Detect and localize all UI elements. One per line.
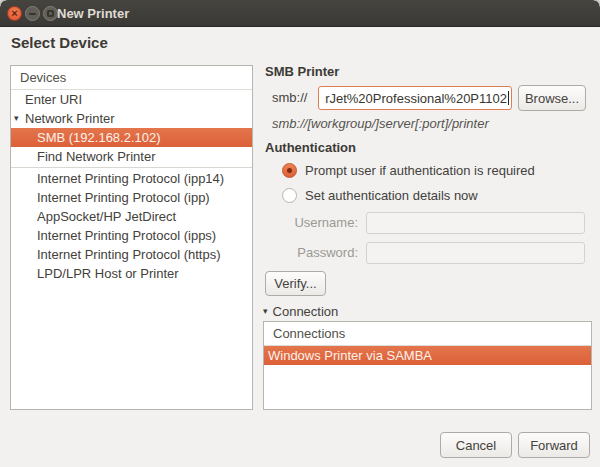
chevron-down-icon: ▾: [263, 306, 268, 316]
text-caret: [508, 91, 509, 105]
devices-panel: Devices Enter URI▾Network PrinterSMB (19…: [10, 65, 253, 410]
maximize-icon: [47, 10, 54, 17]
auth-options-group: Prompt user if authentication is require…: [282, 161, 582, 211]
close-icon: ×: [11, 8, 17, 19]
verify-button[interactable]: Verify...: [265, 271, 326, 296]
device-list-item[interactable]: Internet Printing Protocol (ipp): [11, 188, 252, 207]
device-list-item[interactable]: Internet Printing Protocol (https): [11, 245, 252, 264]
device-list-item[interactable]: Internet Printing Protocol (ipp14): [11, 169, 252, 188]
password-label: Password:: [292, 242, 358, 264]
device-list-item[interactable]: ▾Network Printer: [11, 109, 252, 128]
browse-button[interactable]: Browse...: [518, 85, 586, 111]
device-list-item[interactable]: Internet Printing Protocol (ipps): [11, 226, 252, 245]
radio-unselected-icon[interactable]: [282, 188, 297, 203]
device-list-item-label: LPD/LPR Host or Printer: [37, 266, 179, 281]
smb-uri-hint: smb://[workgroup/]server[:port]/printer: [272, 116, 489, 131]
device-list-item-label: Enter URI: [25, 92, 82, 107]
expander-triangle-icon[interactable]: ▾: [14, 109, 19, 128]
list-separator: [11, 167, 252, 168]
connection-expander[interactable]: ▾ Connection: [263, 303, 338, 319]
authentication-heading: Authentication: [265, 140, 356, 155]
titlebar[interactable]: × New Printer: [0, 0, 600, 27]
device-list: Enter URI▾Network PrinterSMB (192.168.2.…: [11, 90, 252, 283]
window-title: New Printer: [57, 0, 129, 27]
smb-address-input[interactable]: rJet%20Professional%20P1102: [318, 86, 512, 110]
device-list-item[interactable]: LPD/LPR Host or Printer: [11, 264, 252, 283]
username-input: [366, 212, 585, 234]
device-list-item-label: AppSocket/HP JetDirect: [37, 209, 176, 224]
radio-selected-icon[interactable]: [282, 163, 297, 178]
forward-button[interactable]: Forward: [518, 432, 590, 458]
new-printer-dialog: × New Printer Select Device Devices Ente…: [0, 0, 600, 467]
connection-list-item[interactable]: Windows Printer via SAMBA: [264, 346, 591, 365]
device-list-item-label: Internet Printing Protocol (ipp14): [37, 171, 224, 186]
devices-column-header: Devices: [11, 66, 252, 90]
connection-expander-label: Connection: [273, 304, 339, 319]
device-list-item[interactable]: AppSocket/HP JetDirect: [11, 207, 252, 226]
smb-printer-heading: SMB Printer: [265, 64, 339, 79]
connections-panel: Connections Windows Printer via SAMBA: [263, 321, 592, 410]
close-button[interactable]: ×: [7, 6, 22, 21]
auth-radio-option[interactable]: Set authentication details now: [282, 186, 582, 204]
cancel-button[interactable]: Cancel: [440, 432, 512, 458]
device-list-item-label: Internet Printing Protocol (ipp): [37, 190, 210, 205]
page-title: Select Device: [11, 34, 108, 51]
device-list-item-label: Internet Printing Protocol (https): [37, 247, 221, 262]
minimize-icon: [29, 13, 36, 15]
password-input: [366, 242, 585, 264]
connections-list: Windows Printer via SAMBA: [264, 346, 591, 365]
device-list-item[interactable]: SMB (192.168.2.102): [11, 128, 252, 147]
auth-radio-option[interactable]: Prompt user if authentication is require…: [282, 161, 582, 179]
minimize-button[interactable]: [25, 6, 40, 21]
auth-radio-label: Prompt user if authentication is require…: [305, 163, 535, 178]
device-list-item-label: SMB (192.168.2.102): [37, 130, 161, 145]
username-label: Username:: [292, 212, 358, 234]
device-list-item-label: Find Network Printer: [37, 149, 155, 164]
device-list-item-label: Internet Printing Protocol (ipps): [37, 228, 216, 243]
device-list-item[interactable]: Enter URI: [11, 90, 252, 109]
connections-column-header: Connections: [264, 322, 591, 346]
device-list-item-label: Network Printer: [25, 111, 115, 126]
auth-radio-label: Set authentication details now: [305, 188, 478, 203]
device-list-item[interactable]: Find Network Printer: [11, 147, 252, 166]
smb-scheme-label: smb://: [272, 85, 307, 111]
maximize-button[interactable]: [43, 6, 58, 21]
smb-address-value: rJet%20Professional%20P1102: [325, 91, 507, 106]
